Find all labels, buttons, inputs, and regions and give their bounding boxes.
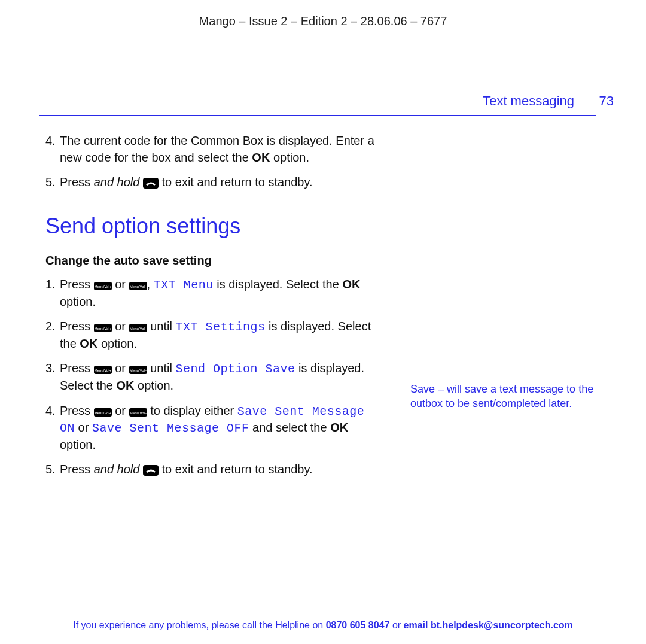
footer-text: If you experience any problems, please c… (73, 620, 325, 630)
section-heading: Send option settings (45, 211, 382, 241)
end-call-icon (143, 465, 159, 476)
step-number: 5. (45, 174, 60, 191)
main-content-column: 4. The current code for the Common Box i… (45, 133, 382, 487)
menu-vol-plus-icon: Menu/Vol+ (94, 282, 112, 290)
step-text: to exit and return to standby. (162, 175, 313, 189)
auto-save-step-5: 5. Press and hold to exit and return to … (45, 461, 382, 478)
svg-text:Menu/Vol–: Menu/Vol– (129, 285, 147, 288)
step-text: Press (60, 320, 94, 333)
end-call-icon (143, 178, 159, 189)
step-text: option. (60, 438, 96, 451)
svg-text:Menu/Vol+: Menu/Vol+ (94, 369, 111, 372)
lcd-text: Send Option Save (175, 362, 295, 376)
until-text: until (147, 320, 176, 333)
menu-vol-plus-icon: Menu/Vol+ (94, 324, 112, 332)
or-text: or (75, 421, 92, 434)
svg-text:Menu/Vol+: Menu/Vol+ (94, 411, 111, 415)
step-text: option. (135, 379, 174, 392)
sub-heading: Change the auto save setting (45, 253, 382, 269)
and-hold-text: and hold (94, 175, 140, 189)
lcd-text: TXT Menu (154, 278, 214, 292)
menu-vol-minus-icon: Menu/Vol– (129, 408, 147, 417)
ok-label: OK (330, 421, 348, 434)
until-text: until (147, 362, 176, 375)
svg-text:Menu/Vol+: Menu/Vol+ (94, 285, 111, 288)
lcd-text: TXT Settings (175, 320, 265, 334)
page-number: 73 (599, 93, 614, 109)
menu-vol-minus-icon: Menu/Vol– (129, 366, 147, 374)
step-text: and select the (249, 421, 330, 434)
step-text: is displayed. Select the (214, 278, 343, 291)
step-text: to exit and return to standby. (162, 463, 313, 476)
auto-save-step-4: 4. Press Menu/Vol+ or Menu/Vol– to displ… (45, 403, 382, 454)
step-text: option. (60, 295, 96, 308)
step-text: The current code for the Common Box is d… (60, 134, 374, 164)
helpline-footer: If you experience any problems, please c… (0, 620, 646, 631)
svg-text:Menu/Vol+: Menu/Vol+ (94, 327, 111, 330)
prev-step-4: 4. The current code for the Common Box i… (45, 133, 382, 166)
helpline-phone: 0870 605 8047 (326, 620, 390, 630)
lcd-text: Save Sent Message OFF (92, 421, 249, 435)
prev-step-5: 5. Press and hold to exit and return to … (45, 174, 382, 191)
svg-text:Menu/Vol–: Menu/Vol– (129, 411, 147, 415)
step-text: Press (60, 404, 94, 417)
step-text: Press (60, 278, 94, 291)
and-hold-text: and hold (94, 463, 140, 476)
step-number: 2. (45, 318, 60, 352)
step-text: to display either (147, 404, 237, 417)
or-text: or (112, 404, 129, 417)
menu-vol-plus-icon: Menu/Vol+ (94, 366, 112, 374)
or-text: or (112, 320, 129, 333)
step-number: 4. (45, 133, 60, 166)
step-text: option. (97, 337, 137, 350)
step-text: Press (60, 362, 94, 375)
step-text: Press (60, 175, 94, 189)
auto-save-steps-list: 1. Press Menu/Vol+ or Menu/Vol–, TXT Men… (45, 277, 382, 478)
step-text: Press (60, 463, 94, 476)
previous-steps-list: 4. The current code for the Common Box i… (45, 133, 382, 191)
auto-save-step-3: 3. Press Menu/Vol+ or Menu/Vol– until Se… (45, 360, 382, 394)
step-number: 3. (45, 360, 60, 394)
section-label: Text messaging (483, 93, 574, 109)
document-header: Mango – Issue 2 – Edition 2 – 28.06.06 –… (0, 14, 646, 28)
step-number: 1. (45, 277, 60, 310)
menu-vol-minus-icon: Menu/Vol– (129, 324, 147, 332)
auto-save-step-1: 1. Press Menu/Vol+ or Menu/Vol–, TXT Men… (45, 277, 382, 310)
ok-label: OK (342, 278, 360, 291)
comma-text: , (147, 278, 154, 291)
step-number: 5. (45, 461, 60, 478)
svg-text:Menu/Vol–: Menu/Vol– (129, 327, 147, 330)
menu-vol-minus-icon: Menu/Vol– (129, 282, 147, 290)
horizontal-rule (39, 115, 596, 116)
ok-label: OK (117, 379, 135, 392)
auto-save-step-2: 2. Press Menu/Vol+ or Menu/Vol– until TX… (45, 318, 382, 352)
vertical-separator (395, 115, 395, 603)
ok-label: OK (80, 337, 97, 350)
svg-text:Menu/Vol–: Menu/Vol– (129, 369, 147, 372)
footer-text: or (389, 620, 403, 630)
helpline-email: email bt.helpdesk@suncorptech.com (404, 620, 573, 630)
side-note: Save – will save a text message to the o… (410, 382, 596, 411)
or-text: or (112, 362, 129, 375)
or-text: or (112, 278, 129, 291)
menu-vol-plus-icon: Menu/Vol+ (94, 408, 112, 417)
step-number: 4. (45, 403, 60, 454)
step-text: option. (270, 151, 309, 164)
ok-label: OK (252, 151, 270, 164)
